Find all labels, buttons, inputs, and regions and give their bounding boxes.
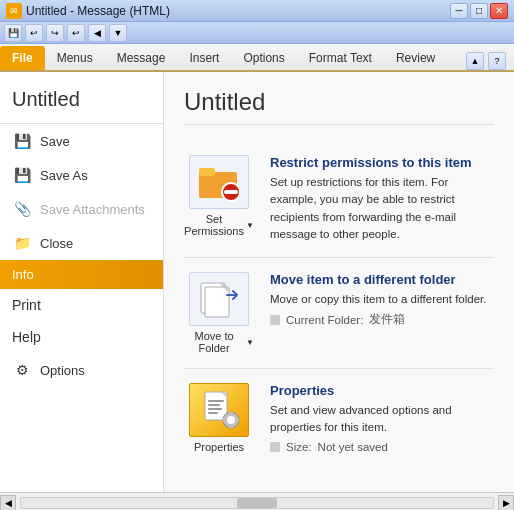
svg-rect-12 <box>208 408 222 410</box>
properties-icon-wrap: Properties <box>184 383 254 453</box>
properties-svg-icon <box>195 388 243 432</box>
sidebar-options-label: Options <box>40 363 85 378</box>
save-as-icon: 💾 <box>12 165 32 185</box>
svg-rect-11 <box>208 404 220 406</box>
sidebar-help-label: Help <box>12 329 41 345</box>
permissions-dropdown-arrow: ▼ <box>246 221 254 230</box>
sidebar: Untitled 💾 Save 💾 Save As 📎 Save Attachm… <box>0 72 164 492</box>
svg-rect-16 <box>229 412 233 416</box>
tab-format-text[interactable]: Format Text <box>297 46 384 70</box>
sidebar-info-label: Info <box>12 267 34 282</box>
bottom-scrollbar: ◀ ▶ <box>0 492 514 510</box>
sidebar-item-info[interactable]: Info <box>0 260 163 289</box>
save-icon: 💾 <box>12 131 32 151</box>
sidebar-item-help[interactable]: Help <box>0 321 163 353</box>
close-button[interactable]: ✕ <box>490 3 508 19</box>
scroll-track[interactable] <box>20 497 494 509</box>
properties-icon-box <box>189 383 249 437</box>
tab-message[interactable]: Message <box>105 46 178 70</box>
meta-folder-icon <box>270 315 280 325</box>
sidebar-save-label: Save <box>40 134 70 149</box>
svg-rect-18 <box>223 418 227 422</box>
ribbon-tabs: File Menus Message Insert Options Format… <box>0 44 514 70</box>
app-icon: ✉ <box>6 3 22 19</box>
qa-save-button[interactable]: 💾 <box>4 24 22 42</box>
properties-meta-label: Size: <box>286 441 312 453</box>
move-folder-label: Move to Folder ▼ <box>184 330 254 354</box>
tab-review[interactable]: Review <box>384 46 447 70</box>
permissions-text: Restrict permissions to this item Set up… <box>270 155 494 243</box>
move-folder-meta-value: 发件箱 <box>369 312 405 327</box>
tab-menus[interactable]: Menus <box>45 46 105 70</box>
content-area: Untitled Set Permissions <box>164 72 514 492</box>
permissions-icon-wrap: Set Permissions ▼ <box>184 155 254 237</box>
svg-rect-13 <box>208 412 218 414</box>
sidebar-item-save[interactable]: 💾 Save <box>0 124 163 158</box>
scroll-right-button[interactable]: ▶ <box>498 495 514 511</box>
main-content: Untitled 💾 Save 💾 Save As 📎 Save Attachm… <box>0 72 514 492</box>
move-folder-meta: Current Folder: 发件箱 <box>270 312 494 327</box>
move-folder-dropdown-arrow: ▼ <box>246 338 254 347</box>
move-folder-icon-wrap: Move to Folder ▼ <box>184 272 254 354</box>
window-controls: ─ □ ✕ <box>450 3 508 19</box>
tab-options[interactable]: Options <box>231 46 296 70</box>
content-title: Untitled <box>184 88 494 125</box>
permissions-title: Restrict permissions to this item <box>270 155 494 170</box>
scroll-left-button[interactable]: ◀ <box>0 495 16 511</box>
qa-redo-button[interactable]: ↪ <box>46 24 64 42</box>
properties-meta: Size: Not yet saved <box>270 441 494 453</box>
properties-label: Properties <box>194 441 244 453</box>
options-icon: ⚙ <box>12 360 32 380</box>
meta-props-icon <box>270 442 280 452</box>
svg-rect-6 <box>205 287 229 317</box>
scroll-thumb[interactable] <box>237 498 277 508</box>
sidebar-save-as-label: Save As <box>40 168 88 183</box>
qa-btn-4[interactable]: ↩ <box>67 24 85 42</box>
ribbon-help-button[interactable]: ? <box>488 52 506 70</box>
svg-rect-17 <box>229 424 233 428</box>
move-folder-desc: Move or copy this item to a different fo… <box>270 291 494 308</box>
help-button[interactable]: ▲ <box>466 52 484 70</box>
quick-access-toolbar: 💾 ↩ ↪ ↩ ◀ ▼ <box>0 22 514 44</box>
move-folder-svg-icon <box>195 277 243 321</box>
sidebar-print-label: Print <box>12 297 41 313</box>
svg-rect-10 <box>208 400 224 402</box>
properties-card: Properties Properties Set and view advan… <box>184 369 494 467</box>
permissions-svg-icon <box>195 160 243 204</box>
properties-meta-value: Not yet saved <box>318 441 388 453</box>
sidebar-title: Untitled <box>0 80 163 124</box>
sidebar-item-close[interactable]: 📁 Close <box>0 226 163 260</box>
title-bar: ✉ Untitled - Message (HTML) ─ □ ✕ <box>0 0 514 22</box>
tab-file[interactable]: File <box>0 46 45 70</box>
sidebar-item-save-attach[interactable]: 📎 Save Attachments <box>0 192 163 226</box>
move-folder-card: Move to Folder ▼ Move item to a differen… <box>184 258 494 369</box>
permissions-card: Set Permissions ▼ Restrict permissions t… <box>184 141 494 258</box>
properties-desc: Set and view advanced options and proper… <box>270 402 494 437</box>
qa-undo-button[interactable]: ↩ <box>25 24 43 42</box>
qa-btn-5[interactable]: ◀ <box>88 24 106 42</box>
move-folder-title: Move item to a different folder <box>270 272 494 287</box>
tab-insert[interactable]: Insert <box>177 46 231 70</box>
svg-point-15 <box>227 416 235 424</box>
window-title: Untitled - Message (HTML) <box>26 4 170 18</box>
sidebar-close-label: Close <box>40 236 73 251</box>
move-folder-icon-box <box>189 272 249 326</box>
maximize-button[interactable]: □ <box>470 3 488 19</box>
minimize-button[interactable]: ─ <box>450 3 468 19</box>
permissions-icon-box <box>189 155 249 209</box>
sidebar-item-print[interactable]: Print <box>0 289 163 321</box>
svg-rect-1 <box>199 168 215 176</box>
properties-title: Properties <box>270 383 494 398</box>
svg-rect-3 <box>224 190 238 194</box>
qa-btn-6[interactable]: ▼ <box>109 24 127 42</box>
title-bar-left: ✉ Untitled - Message (HTML) <box>6 3 170 19</box>
permissions-label: Set Permissions ▼ <box>184 213 254 237</box>
sidebar-save-attach-label: Save Attachments <box>40 202 145 217</box>
sidebar-item-save-as[interactable]: 💾 Save As <box>0 158 163 192</box>
sidebar-item-options[interactable]: ⚙ Options <box>0 353 163 387</box>
save-attach-icon: 📎 <box>12 199 32 219</box>
properties-text: Properties Set and view advanced options… <box>270 383 494 453</box>
close-icon: 📁 <box>12 233 32 253</box>
move-folder-meta-label: Current Folder: <box>286 314 363 326</box>
move-folder-text: Move item to a different folder Move or … <box>270 272 494 327</box>
